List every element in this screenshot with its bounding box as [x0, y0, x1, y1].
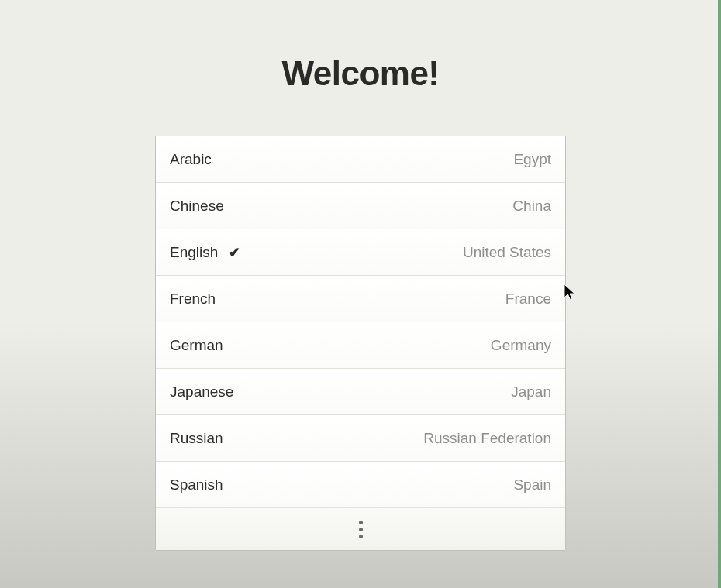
- language-region: France: [505, 291, 551, 308]
- language-name: Arabic: [170, 151, 212, 168]
- language-row-left: French: [170, 291, 216, 308]
- language-row-spanish[interactable]: Spanish Spain: [156, 462, 565, 508]
- language-row-russian[interactable]: Russian Russian Federation: [156, 415, 565, 462]
- language-name: Russian: [170, 430, 223, 447]
- language-row-left: Russian: [170, 430, 223, 447]
- language-region: Russian Federation: [423, 430, 551, 447]
- window-edge: [718, 0, 721, 588]
- more-icon: [359, 521, 363, 538]
- language-row-left: Chinese: [170, 198, 224, 215]
- language-row-left: Japanese: [170, 383, 233, 401]
- language-name: Spanish: [170, 476, 223, 493]
- language-row-english[interactable]: English ✔ United States: [156, 229, 565, 276]
- language-row-german[interactable]: German Germany: [156, 322, 565, 369]
- welcome-container: Welcome! Arabic Egypt Chinese China Engl…: [0, 0, 721, 551]
- language-region: Spain: [513, 476, 551, 493]
- language-name: Japanese: [170, 383, 233, 401]
- language-name: Chinese: [170, 198, 224, 215]
- language-name: French: [170, 291, 216, 308]
- language-row-left: Arabic: [170, 151, 212, 168]
- language-region: United States: [463, 244, 551, 261]
- language-row-chinese[interactable]: Chinese China: [156, 183, 565, 229]
- language-region: Germany: [491, 337, 551, 354]
- language-row-left: English ✔: [170, 244, 240, 261]
- check-icon: ✔: [229, 244, 240, 261]
- page-title: Welcome!: [281, 54, 439, 93]
- language-row-left: Spanish: [170, 476, 223, 493]
- language-list: Arabic Egypt Chinese China English ✔ Uni…: [155, 136, 566, 551]
- language-region: Egypt: [513, 151, 551, 168]
- language-row-french[interactable]: French France: [156, 276, 565, 322]
- more-languages-button[interactable]: [156, 508, 565, 550]
- language-row-arabic[interactable]: Arabic Egypt: [156, 136, 565, 183]
- language-name: German: [170, 337, 223, 354]
- language-name: English: [170, 244, 218, 261]
- language-row-japanese[interactable]: Japanese Japan: [156, 369, 565, 415]
- language-region: China: [512, 198, 551, 215]
- language-row-left: German: [170, 337, 223, 354]
- language-region: Japan: [511, 383, 551, 401]
